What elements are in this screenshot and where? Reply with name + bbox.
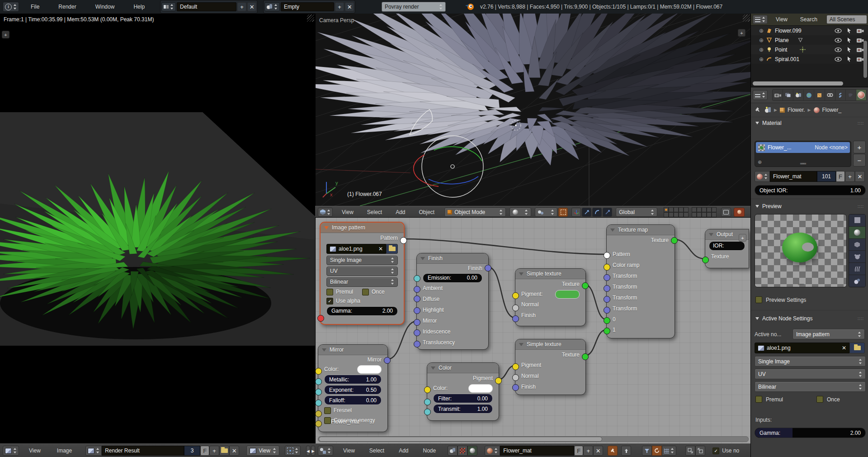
image-source-select[interactable]: Single Image bbox=[755, 356, 866, 367]
collapse-triangle-icon[interactable] bbox=[709, 233, 713, 236]
socket-pigment-input[interactable] bbox=[512, 292, 519, 299]
menu-object[interactable]: Object bbox=[416, 209, 438, 215]
render-border-button[interactable] bbox=[734, 208, 745, 217]
preview-hair-button[interactable] bbox=[849, 263, 865, 275]
outliner-row-point[interactable]: ⊕ Point bbox=[751, 45, 868, 54]
collapse-triangle-icon[interactable] bbox=[420, 257, 425, 260]
snap-node-select[interactable] bbox=[662, 446, 676, 456]
socket-ambient-input[interactable] bbox=[414, 286, 420, 293]
collapse-triangle-icon[interactable] bbox=[519, 272, 524, 276]
conserve-energy-checkbox[interactable] bbox=[324, 417, 331, 424]
menu-add[interactable]: Add bbox=[396, 447, 411, 454]
socket-pattern-input[interactable] bbox=[604, 252, 610, 259]
pivot-select[interactable] bbox=[285, 446, 301, 456]
editor-type-outliner-button[interactable] bbox=[753, 15, 768, 24]
renderability-camera-icon[interactable] bbox=[856, 28, 864, 33]
fake-user-button[interactable]: F bbox=[836, 171, 845, 182]
add-scene-button[interactable]: + bbox=[335, 2, 344, 11]
mapping-select[interactable]: UV bbox=[755, 369, 866, 379]
node-finish[interactable]: Finish Finish Emission:0.00 Ambient Diff… bbox=[416, 253, 489, 350]
remove-material-slot-button[interactable]: − bbox=[853, 154, 866, 167]
visibility-eye-icon[interactable] bbox=[835, 28, 842, 33]
selectability-cursor-icon[interactable] bbox=[846, 56, 853, 62]
go-to-parent-button[interactable] bbox=[621, 446, 631, 456]
tab-constraints[interactable] bbox=[825, 90, 835, 100]
object-breadcrumb-icon[interactable] bbox=[780, 108, 785, 113]
node-header[interactable]: Color bbox=[427, 363, 499, 373]
socket-finish-input[interactable] bbox=[512, 384, 519, 391]
menu-view[interactable]: View bbox=[339, 209, 356, 215]
panel-preview-header[interactable]: Preview:::: bbox=[751, 200, 868, 212]
editor-type-node-button[interactable] bbox=[318, 446, 333, 456]
lock-to-scene-button[interactable] bbox=[721, 208, 731, 217]
socket-filter-input[interactable] bbox=[424, 399, 431, 405]
node-header[interactable]: Simple texture bbox=[515, 269, 585, 279]
socket-pigment-output[interactable] bbox=[495, 377, 502, 384]
material-browse-button[interactable] bbox=[755, 171, 770, 182]
node-simple-texture-1[interactable]: Simple texture Texture Pigment: Normal F… bbox=[515, 268, 586, 326]
gamma-slider[interactable]: Gamma:2.00 bbox=[326, 306, 398, 316]
menu-search[interactable]: Search bbox=[797, 16, 820, 23]
tab-material[interactable] bbox=[856, 90, 866, 100]
expand-icon[interactable]: ⊕ bbox=[759, 37, 764, 43]
socket-emission-input[interactable] bbox=[414, 275, 420, 282]
material-breadcrumb-icon[interactable] bbox=[814, 107, 820, 113]
ior-field[interactable]: IOR: bbox=[709, 241, 745, 251]
socket-texture0-input[interactable] bbox=[604, 317, 610, 324]
translate-manipulator-button[interactable] bbox=[582, 208, 591, 217]
preview-world-sphere-button[interactable] bbox=[849, 275, 865, 287]
gamma-slider[interactable]: Gamma:2.00 bbox=[755, 428, 866, 438]
menu-file[interactable]: File bbox=[28, 4, 42, 10]
node-editor-hscrollbar[interactable] bbox=[318, 436, 749, 442]
new-image-button[interactable]: + bbox=[209, 446, 219, 456]
copy-nodes-button[interactable] bbox=[685, 446, 695, 456]
display-mode-select[interactable]: All Scenes bbox=[826, 15, 867, 24]
panel-grip[interactable]: ══ bbox=[798, 282, 803, 287]
socket-normal-input[interactable] bbox=[512, 305, 519, 311]
add-material-slot-button[interactable]: + bbox=[853, 141, 866, 153]
outliner-row-spiral[interactable]: ⊕ Spiral.001 bbox=[751, 54, 868, 64]
material-name-field[interactable]: Flower_mat bbox=[770, 171, 817, 182]
menu-image[interactable]: Image bbox=[54, 447, 75, 454]
tab-render-layers[interactable] bbox=[783, 90, 793, 100]
socket-mirror-input[interactable] bbox=[414, 319, 420, 326]
socket-color-input[interactable] bbox=[424, 386, 431, 393]
open-image-button[interactable] bbox=[849, 343, 865, 353]
expand-icon[interactable]: ⊕ bbox=[759, 56, 764, 62]
filter-select[interactable]: Bilinear bbox=[755, 381, 866, 392]
socket-transmit-input[interactable] bbox=[424, 409, 431, 415]
mapping-select[interactable]: UV bbox=[326, 267, 398, 276]
premul-checkbox[interactable] bbox=[326, 289, 333, 295]
paste-nodes-button[interactable] bbox=[695, 446, 705, 456]
collapse-triangle-icon[interactable] bbox=[519, 343, 524, 346]
outliner-row-flower[interactable]: ⊕ Flower.099 bbox=[751, 26, 868, 35]
mirror-color-swatch[interactable] bbox=[357, 365, 382, 374]
emission-slider[interactable]: Emission:0.00 bbox=[423, 273, 482, 283]
socket-gamma-input[interactable] bbox=[317, 315, 324, 322]
socket-texture-input[interactable] bbox=[702, 257, 709, 263]
node-image-pattern[interactable]: Image pattern Pattern aloe1.png✕ Single … bbox=[320, 222, 405, 325]
transform-orientation-select[interactable]: Global bbox=[616, 208, 657, 217]
image-name-field[interactable]: Render Result bbox=[102, 446, 184, 456]
editor-type-properties-button[interactable] bbox=[753, 90, 768, 100]
menu-window[interactable]: Window bbox=[93, 4, 118, 10]
scene-name[interactable]: Empty bbox=[281, 2, 334, 11]
renderability-camera-icon[interactable] bbox=[856, 57, 864, 62]
socket-finish-input[interactable] bbox=[512, 315, 519, 322]
unlink-material-button[interactable]: ✕ bbox=[855, 171, 865, 182]
editor-type-info-button[interactable]: i bbox=[3, 2, 19, 12]
filter-slider[interactable]: Filter:0.00 bbox=[433, 394, 493, 403]
corner-resize-grip[interactable] bbox=[307, 14, 314, 22]
corner-resize-grip[interactable] bbox=[743, 14, 750, 22]
preview-sphere-button[interactable] bbox=[849, 227, 865, 239]
tab-world[interactable] bbox=[804, 90, 814, 100]
tab-modifiers[interactable] bbox=[835, 90, 846, 100]
socket-mirror-output[interactable] bbox=[384, 357, 391, 364]
menu-view[interactable]: View bbox=[26, 447, 43, 454]
panel-material-header[interactable]: Material:::: bbox=[751, 117, 868, 129]
scale-manipulator-button[interactable] bbox=[603, 208, 612, 217]
image-browse-button[interactable] bbox=[85, 446, 102, 456]
object-breadcrumb-label[interactable]: Flower. bbox=[788, 107, 805, 113]
metallic-slider[interactable]: Metallic:1.00 bbox=[324, 375, 382, 384]
socket-falloff-input[interactable] bbox=[315, 400, 322, 406]
